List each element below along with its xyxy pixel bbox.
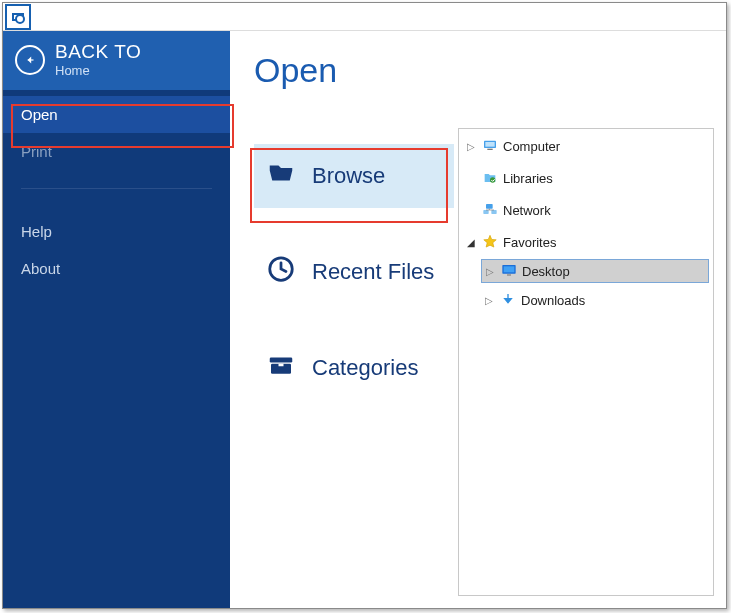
tree-node-computer[interactable]: ▷ Computer: [463, 135, 709, 157]
app-logo-icon: [5, 4, 31, 30]
tree-node-favorites[interactable]: ◢ Favorites: [463, 231, 709, 253]
download-arrow-icon: [499, 292, 517, 308]
action-label: Browse: [312, 163, 385, 189]
libraries-icon: [481, 170, 499, 186]
recent-files-button[interactable]: Recent Files: [254, 240, 454, 304]
tree-node-downloads[interactable]: ▷ Downloads: [481, 289, 709, 311]
svg-rect-4: [279, 364, 284, 367]
box-icon: [266, 350, 296, 386]
main-panel: Open Browse Recent Files: [230, 31, 726, 608]
tree-label: Desktop: [522, 264, 570, 279]
tree-label: Libraries: [503, 171, 553, 186]
sidebar-divider: [21, 188, 212, 189]
svg-rect-11: [491, 210, 496, 214]
sidebar-item-label: Open: [21, 106, 58, 123]
tree-node-libraries[interactable]: Libraries: [463, 167, 709, 189]
page-title: Open: [230, 31, 726, 120]
back-arrow-icon: [15, 45, 45, 75]
open-actions: Browse Recent Files Categories: [254, 120, 454, 608]
computer-icon: [481, 138, 499, 154]
sidebar-item-help[interactable]: Help: [3, 213, 230, 250]
chevron-right-icon[interactable]: ▷: [483, 295, 495, 306]
clock-icon: [266, 254, 296, 290]
sidebar-item-label: Help: [21, 223, 52, 240]
titlebar: [3, 3, 726, 31]
chevron-right-icon[interactable]: ▷: [484, 266, 496, 277]
folder-icon: [266, 158, 296, 194]
back-subtitle: Home: [55, 63, 141, 78]
sidebar-item-label: Print: [21, 143, 52, 160]
desktop-icon: [500, 263, 518, 279]
svg-rect-7: [487, 149, 492, 150]
tree-node-network[interactable]: Network: [463, 199, 709, 221]
sidebar-item-about[interactable]: About: [3, 250, 230, 287]
chevron-down-icon[interactable]: ◢: [465, 237, 477, 248]
browse-button[interactable]: Browse: [254, 144, 454, 208]
back-button[interactable]: BACK TO Home: [3, 31, 230, 90]
tree-label: Favorites: [503, 235, 556, 250]
star-icon: [481, 234, 499, 250]
tree-label: Computer: [503, 139, 560, 154]
sidebar: BACK TO Home Open Print Help About: [3, 31, 230, 608]
svg-rect-10: [483, 210, 488, 214]
chevron-right-icon[interactable]: ▷: [465, 141, 477, 152]
svg-rect-14: [507, 274, 511, 275]
sidebar-item-open[interactable]: Open: [3, 96, 230, 133]
tree-label: Downloads: [521, 293, 585, 308]
svg-rect-2: [270, 358, 293, 363]
svg-rect-0: [28, 59, 34, 60]
action-label: Categories: [312, 355, 418, 381]
sidebar-item-print[interactable]: Print: [3, 133, 230, 170]
svg-rect-9: [486, 204, 493, 209]
action-label: Recent Files: [312, 259, 434, 285]
tree-node-desktop[interactable]: ▷ Desktop: [481, 259, 709, 283]
back-title: BACK TO: [55, 41, 141, 63]
folder-tree[interactable]: ▷ Computer Libraries: [458, 128, 714, 596]
categories-button[interactable]: Categories: [254, 336, 454, 400]
svg-rect-13: [504, 266, 515, 272]
svg-rect-6: [485, 142, 494, 147]
network-icon: [481, 202, 499, 218]
tree-label: Network: [503, 203, 551, 218]
sidebar-item-label: About: [21, 260, 60, 277]
